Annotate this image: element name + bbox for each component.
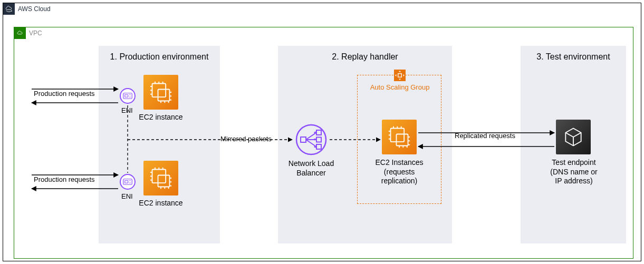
vpc-header: VPC [14,27,42,39]
svg-rect-37 [301,137,306,142]
replicated-label: Replicated requests [455,132,515,140]
prod-req-label: Production requests [34,175,95,183]
ec2-replication-icon [382,120,417,154]
svg-rect-48 [391,129,405,142]
svg-rect-38 [316,130,321,135]
svg-point-2 [130,94,131,95]
svg-rect-1 [125,95,128,97]
aws-label: AWS Cloud [18,5,51,13]
aws-header: AWS Cloud [3,3,51,15]
endpoint-icon [556,120,591,154]
svg-rect-4 [152,84,166,97]
vpc-icon [14,27,26,39]
aws-cloud-container: AWS Cloud VPC 1. Production environment … [3,3,641,261]
prod-req-label: Production requests [34,90,95,97]
zone-production-title: 1. Production environment [99,46,220,62]
mirrored-label: Mirrored packets [220,135,272,143]
asg-icon [394,70,406,81]
svg-point-3 [130,96,131,97]
ec2-replication-label: EC2 Instances (requests replication) [373,158,426,186]
svg-rect-19 [125,181,128,183]
asg-label: Auto Scaling Group [358,83,442,91]
vpc-label: VPC [29,30,42,37]
svg-rect-22 [152,170,166,183]
ec2-label: EC2 instance [137,199,185,208]
svg-rect-47 [398,74,402,77]
aws-cloud-icon [3,3,15,15]
eni-label: ENI [121,106,133,114]
nlb-icon [294,122,329,157]
svg-rect-39 [316,138,321,142]
svg-point-20 [130,180,131,181]
nlb-label: Network Load Balancer [284,159,338,178]
svg-rect-40 [316,144,321,149]
ec2-icon [143,75,178,110]
zone-test-title: 3. Test environment [521,46,626,62]
ec2-icon [143,161,178,195]
svg-rect-49 [397,134,408,146]
svg-rect-5 [158,90,170,101]
diagram-canvas: AWS Cloud VPC 1. Production environment … [0,0,644,264]
ec2-label: EC2 instance [137,113,185,122]
eni-icon [120,174,136,190]
eni-icon [120,88,136,104]
svg-rect-23 [158,175,170,187]
svg-point-21 [130,182,131,183]
vpc-container: VPC 1. Production environment 2. Replay … [14,27,633,259]
zone-replay-title: 2. Replay handler [278,46,452,62]
endpoint-label: Test endpoint (DNS name or IP address) [545,158,602,186]
eni-label: ENI [121,192,133,200]
